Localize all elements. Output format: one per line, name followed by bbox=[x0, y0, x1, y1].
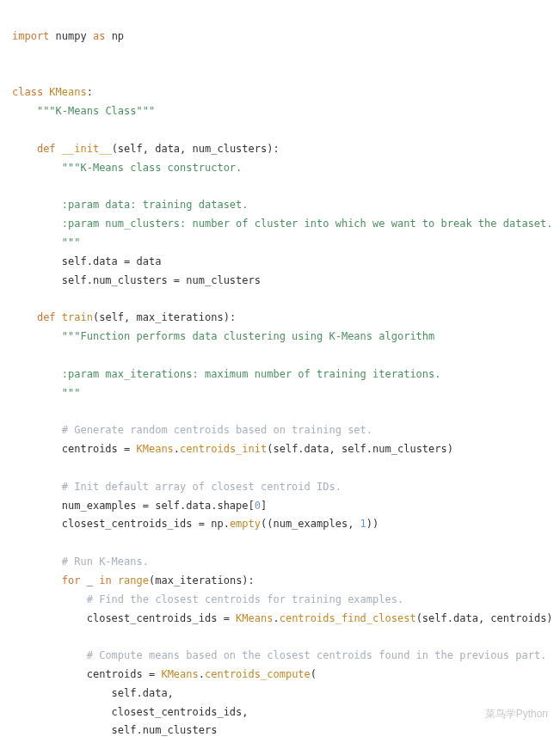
docstring: """Function performs data clustering usi… bbox=[62, 330, 434, 342]
line: num_examples = self.data.shape[0] bbox=[12, 500, 267, 512]
class-ref: KMeans bbox=[236, 612, 273, 624]
method-call: empty bbox=[230, 518, 261, 530]
class-name: KMeans bbox=[49, 86, 86, 98]
docstring: """ bbox=[62, 236, 81, 249]
docstring: :param max_iterations: maximum number of… bbox=[62, 368, 441, 380]
line: centroids = KMeans.centroids_compute( bbox=[12, 668, 317, 680]
docstring: """K-Means Class""" bbox=[37, 105, 155, 117]
builtin-range: range bbox=[118, 574, 149, 586]
wechat-icon bbox=[466, 709, 480, 721]
method-call: centroids_compute bbox=[205, 668, 311, 680]
line: self.num_clusters bbox=[12, 724, 217, 736]
method-call: centroids_init bbox=[180, 443, 267, 455]
line: class KMeans: bbox=[12, 86, 93, 98]
docstring: """ bbox=[62, 387, 81, 399]
line: self.num_clusters = num_clusters bbox=[12, 274, 261, 286]
line: # Run K-Means. bbox=[12, 556, 149, 568]
keyword-import: import bbox=[12, 30, 49, 42]
comment: # Compute means based on the closest cen… bbox=[87, 649, 547, 661]
number: 0 bbox=[255, 500, 261, 512]
line: # Init default array of closest centroid… bbox=[12, 481, 342, 493]
line: self.data = data bbox=[12, 255, 161, 267]
docstring: :param data: training dataset. bbox=[62, 199, 249, 211]
line: """K-Means class constructor. bbox=[12, 162, 242, 174]
line: def __init__(self, data, num_clusters): bbox=[12, 143, 280, 155]
comment: # Find the closest centroids for trainin… bbox=[87, 593, 403, 605]
keyword-for: for bbox=[62, 574, 81, 586]
func-name: __init__ bbox=[62, 143, 112, 155]
func-name: train bbox=[62, 311, 93, 323]
class-ref: KMeans bbox=[137, 443, 174, 455]
keyword-def: def bbox=[37, 143, 56, 155]
line: import numpy as np bbox=[12, 30, 124, 42]
method-call: centroids_find_closest bbox=[280, 612, 416, 624]
line: """ bbox=[12, 387, 80, 399]
line: """Function performs data clustering usi… bbox=[12, 330, 434, 342]
line: for _ in range(max_iterations): bbox=[12, 574, 255, 586]
comment: # Init default array of closest centroid… bbox=[62, 481, 342, 493]
class-ref: KMeans bbox=[161, 668, 198, 680]
keyword-def: def bbox=[37, 311, 56, 323]
watermark: 菜鸟学Python bbox=[466, 705, 548, 724]
docstring: :param num_clusters: number of cluster i… bbox=[62, 218, 553, 230]
line: centroids = KMeans.centroids_init(self.d… bbox=[12, 443, 453, 455]
docstring: """K-Means class constructor. bbox=[62, 162, 243, 174]
watermark-text: 菜鸟学Python bbox=[485, 705, 548, 724]
keyword-class: class bbox=[12, 86, 43, 98]
line: :param data: training dataset. bbox=[12, 199, 249, 211]
line: self.data, bbox=[12, 687, 174, 699]
line: # Compute means based on the closest cen… bbox=[12, 649, 546, 661]
line: :param num_clusters: number of cluster i… bbox=[12, 218, 553, 230]
line: """ bbox=[12, 236, 80, 249]
line: :param max_iterations: maximum number of… bbox=[12, 368, 441, 380]
keyword-in: in bbox=[99, 574, 111, 586]
line: closest_centroids_ids = KMeans.centroids… bbox=[12, 612, 553, 624]
line: def train(self, max_iterations): bbox=[12, 311, 236, 323]
line: # Generate random centroids based on tra… bbox=[12, 424, 372, 436]
line: closest_centroids_ids, bbox=[12, 706, 249, 718]
line: closest_centroids_ids = np.empty((num_ex… bbox=[12, 518, 378, 530]
line: # Find the closest centroids for trainin… bbox=[12, 593, 403, 605]
comment: # Generate random centroids based on tra… bbox=[62, 424, 372, 436]
number: 1 bbox=[360, 518, 366, 530]
line: """K-Means Class""" bbox=[12, 105, 155, 117]
code-block: import numpy as np class KMeans: """K-Me… bbox=[0, 0, 560, 743]
comment: # Run K-Means. bbox=[62, 556, 149, 568]
keyword-as: as bbox=[93, 30, 105, 42]
